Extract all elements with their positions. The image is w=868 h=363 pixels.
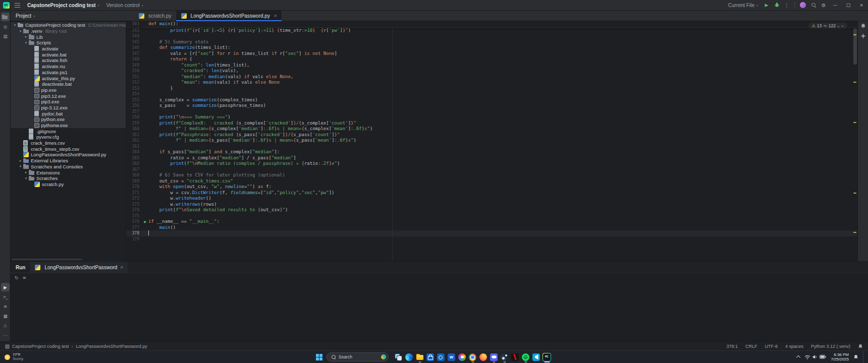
tree-item[interactable]: ▾CapstoneProject coding testC:\Users\ewa…	[11, 22, 126, 28]
line-number[interactable]: 350	[126, 69, 142, 73]
code-line[interactable]: 353 }	[126, 86, 857, 92]
taskbar-app-discord[interactable]	[489, 351, 499, 363]
tab-longpasswordvsshortpassword[interactable]: LongPasswordvsShortPassword.py ×	[176, 11, 282, 21]
line-number[interactable]: 303	[126, 22, 142, 26]
indent-setting[interactable]: 4 spaces	[785, 344, 803, 349]
show-desktop-button[interactable]	[863, 351, 865, 363]
code-line[interactable]: 352 "mean": mean(vals) if vals else None	[126, 80, 857, 86]
line-number[interactable]: 359	[126, 121, 142, 126]
run-gutter-icon[interactable]: ▶	[142, 220, 148, 224]
code-line[interactable]: 366 print(f"\nMedian ratio (complex / pa…	[126, 161, 857, 167]
line-number[interactable]: 361	[126, 133, 142, 137]
chevron-down-icon[interactable]: ▾	[18, 164, 23, 168]
code-line[interactable]: 358 print("\n=== Summary ===")	[126, 114, 857, 120]
taskbar-app-vscode[interactable]	[531, 351, 541, 363]
avatar[interactable]	[800, 2, 806, 8]
tree-item[interactable]: LongPasswordvsShortPassword.py	[11, 152, 126, 158]
caret-position[interactable]: 378:1	[726, 344, 738, 349]
notification-bell-icon[interactable]	[853, 354, 858, 360]
line-number[interactable]: 365	[126, 156, 142, 160]
stripe-mark[interactable]	[853, 122, 856, 123]
tree-item[interactable]: activate.fish	[11, 57, 126, 64]
stripe-mark[interactable]	[853, 232, 856, 233]
run-button[interactable]: ▶	[762, 3, 772, 8]
taskbar-app-firefox[interactable]	[478, 351, 489, 363]
code-line[interactable]: 372 w.writeheader()	[126, 196, 857, 202]
line-number[interactable]: 377	[126, 225, 142, 230]
line-number[interactable]: 366	[126, 161, 142, 166]
project-panel-header[interactable]: Project ▾	[11, 11, 131, 21]
code-line[interactable]: 359 print(f"Complex8: cracked {s_complex…	[126, 120, 857, 127]
line-number[interactable]: 345	[126, 40, 142, 44]
tree-item[interactable]: activate_this.py	[11, 75, 126, 81]
code-line[interactable]: 355 s_complex = summarize(complex_times)	[126, 97, 857, 103]
chevron-down-icon[interactable]: ▾	[18, 29, 23, 33]
code-line[interactable]: 344	[126, 33, 857, 39]
settings-gear-icon[interactable]: ⚙	[819, 3, 829, 8]
tab-scratch[interactable]: scratch.py	[134, 11, 176, 21]
tree-item[interactable]: ▸Lib	[11, 34, 126, 40]
line-number[interactable]: 351	[126, 75, 142, 79]
tree-item[interactable]: activate.nu	[11, 64, 126, 70]
tree-item[interactable]: deactivate.bat	[11, 81, 126, 87]
line-number[interactable]: 357	[126, 109, 142, 114]
maximize-button[interactable]: □	[842, 0, 855, 10]
editor[interactable]: 303def main(): 343 print(f"{r['id']:<5} …	[126, 21, 857, 261]
notifications-bell-icon[interactable]	[860, 23, 866, 29]
status-breadcrumb-file[interactable]: LongPasswordvsShortPassword.py	[76, 344, 147, 349]
sticky-code-line[interactable]: 303def main():	[126, 21, 857, 27]
chevron-down-icon[interactable]: ▾	[24, 176, 28, 180]
taskbar-app-chrome[interactable]	[467, 351, 478, 363]
taskbar-clock[interactable]: 6:36 PM 7/25/2025	[831, 352, 849, 361]
project-widget[interactable]: CapstoneProject coding test ▾	[24, 2, 103, 9]
line-number[interactable]: 378	[126, 231, 142, 235]
taskbar-search[interactable]: Search	[327, 352, 389, 361]
more-tool-button[interactable]: ⋯	[1, 331, 10, 339]
line-number[interactable]: 360	[126, 127, 142, 131]
stripe-mark[interactable]	[853, 193, 856, 194]
close-run-tab-icon[interactable]: ×	[120, 265, 124, 270]
tree-item[interactable]: activate	[11, 46, 126, 52]
commit-tool-button[interactable]: ◎	[1, 22, 10, 31]
tree-item[interactable]: ▸External Libraries	[11, 158, 126, 164]
taskbar-app-word[interactable]	[446, 351, 457, 363]
editor-scrollbar[interactable]	[853, 28, 857, 65]
taskbar-app-pycharm[interactable]	[541, 351, 552, 363]
taskbar-app-outlook[interactable]	[436, 351, 446, 363]
tree-item[interactable]: scratch.py	[11, 182, 126, 188]
code-line[interactable]: 369 out_csv = "crack_times.csv"	[126, 178, 857, 185]
debug-button[interactable]	[772, 2, 782, 9]
next-problem-icon[interactable]: ▾	[841, 24, 844, 28]
code-line[interactable]: 362 f" | median={s_pass['median']:.6f}s …	[126, 138, 857, 144]
line-number[interactable]: 344	[126, 34, 142, 38]
tree-item[interactable]: ▾Scripts	[11, 40, 126, 46]
run-tab[interactable]: LongPasswordvsShortPassword ×	[30, 262, 128, 273]
chevron-down-icon[interactable]: ▾	[13, 23, 17, 27]
line-number[interactable]: 376	[126, 219, 142, 224]
code-line[interactable]: 377 main()	[126, 225, 857, 231]
line-number[interactable]: 355	[126, 98, 142, 102]
tray-overflow-chevron-icon[interactable]	[796, 355, 800, 359]
tree-item[interactable]: pyvenv.cfg	[11, 134, 126, 140]
line-number[interactable]: 362	[126, 138, 142, 143]
taskbar-app-edge[interactable]	[404, 351, 414, 363]
start-button[interactable]	[316, 354, 322, 360]
taskbar-app-task-view[interactable]	[393, 351, 404, 363]
tree-item[interactable]: pip3.exe	[11, 99, 126, 105]
code-line[interactable]: 368 # 6) Save to CSV for later plotting …	[126, 172, 857, 178]
services-tool-button[interactable]: ▦	[1, 312, 10, 320]
run-options-icon[interactable]: ≡	[23, 275, 27, 280]
line-number[interactable]: 358	[126, 115, 142, 119]
line-number[interactable]: 348	[126, 57, 142, 62]
code-line[interactable]: 360 f" | median={s_complex['median']:.6f…	[126, 126, 857, 132]
code-line[interactable]: 376▶if __name__ == "__main__":	[126, 219, 857, 225]
run-tool-button[interactable]: ▶	[1, 283, 10, 291]
main-menu-icon[interactable]	[15, 3, 20, 8]
run-console[interactable]	[11, 282, 868, 341]
close-button[interactable]: ×	[855, 0, 868, 10]
line-number[interactable]: 379	[126, 237, 142, 241]
warning-count[interactable]: 13	[817, 23, 822, 28]
code-line[interactable]: 350 "cracked": len(vals),	[126, 68, 857, 74]
code-line[interactable]: 364 if s_pass["median"] and s_complex["m…	[126, 149, 857, 155]
line-number[interactable]: 369	[126, 179, 142, 184]
